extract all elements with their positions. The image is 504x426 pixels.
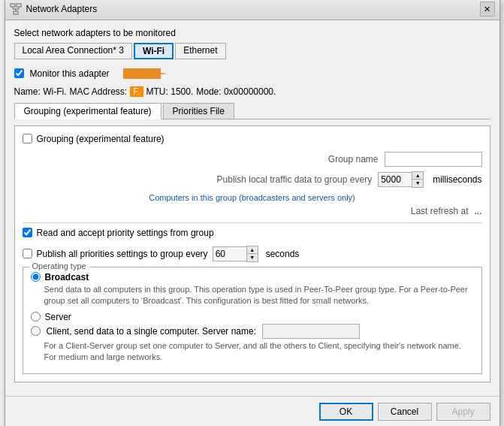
publish-traffic-up[interactable]: ▲ (412, 172, 423, 180)
info-row: Name: Wi-Fi. MAC Address: F. MTU: 1500. … (14, 86, 490, 97)
grouping-panel: Grouping (experimental feature) Group na… (14, 125, 490, 383)
last-refresh-row: Last refresh at ... (23, 206, 482, 216)
title-bar: Network Adapters ✕ (5, 0, 499, 20)
computers-label: Computers in this group (broadcasters an… (149, 193, 355, 202)
last-refresh-label: Last refresh at (318, 206, 468, 216)
sub-tabs: Grouping (experimental feature) Prioriti… (14, 103, 490, 119)
publish-traffic-spinner-buttons: ▲ ▼ (412, 171, 424, 188)
mtu-label: MTU: 1500. (146, 86, 194, 97)
tab-grouping[interactable]: Grouping (experimental feature) (14, 103, 161, 119)
cancel-button[interactable]: Cancel (378, 403, 432, 421)
publish-priority-checkbox[interactable] (23, 249, 32, 258)
read-priority-row: Read and accept priority settings from g… (23, 228, 482, 238)
server-name-input[interactable] (262, 324, 360, 339)
svg-marker-7 (123, 68, 168, 79)
operating-type-legend: Operating type (29, 261, 89, 270)
monitor-label[interactable]: Monitor this adapter (30, 68, 110, 79)
client-radio[interactable] (31, 326, 41, 336)
publish-priority-input[interactable] (213, 246, 246, 261)
monitor-checkbox[interactable] (14, 68, 24, 78)
svg-rect-1 (17, 4, 21, 7)
svg-rect-0 (11, 4, 15, 7)
client-desc: For a Client-Server group set one comput… (44, 340, 474, 364)
title-bar-left: Network Adapters (10, 3, 98, 15)
last-refresh-value: ... (474, 206, 481, 216)
window-content: Select network adapters to be monitored … (5, 20, 499, 397)
broadcast-radio-row: Broadcast (31, 272, 474, 282)
group-name-input[interactable] (385, 152, 482, 167)
publish-traffic-row: Publish local traffic data to group ever… (23, 171, 482, 188)
publish-traffic-unit: milliseconds (433, 174, 481, 185)
publish-priority-spinner: ▲ ▼ (213, 246, 258, 262)
select-network-label: Select network adapters to be monitored (14, 28, 490, 38)
monitor-arrow-annotation (116, 65, 168, 82)
server-label[interactable]: Server (45, 312, 71, 322)
adapter-tabs: Local Area Connection* 3 Wi-Fi Ethernet (14, 43, 490, 59)
publish-priority-label[interactable]: Publish all priorities settings to group… (37, 249, 208, 259)
grouping-checkbox-row: Grouping (experimental feature) (23, 134, 482, 144)
publish-priority-spinner-buttons: ▲ ▼ (246, 246, 258, 262)
monitor-row: Monitor this adapter (14, 65, 490, 82)
group-name-label: Group name (228, 154, 379, 165)
computers-label-row: Computers in this group (broadcasters an… (23, 192, 482, 203)
publish-priority-down[interactable]: ▼ (247, 254, 258, 261)
publish-priority-unit: seconds (266, 249, 300, 259)
group-name-row: Group name (23, 152, 482, 167)
read-priority-label[interactable]: Read and accept priority settings from g… (37, 228, 214, 238)
ok-button[interactable]: OK (319, 403, 373, 421)
name-label: Name: Wi-Fi. (14, 86, 67, 97)
window-icon (10, 3, 22, 15)
window-title: Network Adapters (26, 4, 98, 14)
publish-traffic-label: Publish local traffic data to group ever… (217, 174, 373, 185)
close-button[interactable]: ✕ (480, 2, 495, 17)
svg-rect-2 (14, 11, 18, 14)
publish-traffic-input[interactable] (378, 172, 412, 187)
publish-traffic-spinner: ▲ ▼ (378, 171, 424, 188)
client-label[interactable]: Client, send data to a single computer. … (47, 326, 257, 337)
tab-local-area-connection[interactable]: Local Area Connection* 3 (14, 43, 132, 59)
tab-priorities-file[interactable]: Priorities File (163, 103, 234, 119)
publish-priority-up[interactable]: ▲ (247, 246, 258, 254)
tab-wifi[interactable]: Wi-Fi (134, 43, 174, 59)
tab-ethernet[interactable]: Ethernet (175, 43, 225, 59)
network-adapters-window: Network Adapters ✕ Select network adapte… (5, 0, 500, 426)
read-priority-checkbox[interactable] (23, 228, 32, 237)
grouping-label[interactable]: Grouping (experimental feature) (37, 134, 164, 144)
publish-priority-row: Publish all priorities settings to group… (23, 246, 482, 262)
broadcast-desc: Send data to all computers in this group… (44, 284, 474, 307)
mac-value: F. (130, 86, 143, 97)
bottom-bar: OK Cancel Apply (5, 396, 499, 426)
broadcast-radio[interactable] (31, 272, 41, 282)
client-radio-row: Client, send data to a single computer. … (31, 324, 474, 339)
server-radio[interactable] (31, 312, 41, 322)
server-radio-row: Server (31, 312, 474, 322)
broadcast-label[interactable]: Broadcast (45, 272, 89, 282)
mac-label: MAC Address: (70, 86, 128, 97)
mode-label: Mode: 0x00000000. (196, 86, 276, 97)
operating-type-group: Operating type Broadcast Send data to al… (23, 267, 482, 375)
publish-traffic-down[interactable]: ▼ (412, 180, 423, 187)
apply-button[interactable]: Apply (436, 403, 490, 421)
grouping-checkbox[interactable] (23, 134, 32, 144)
